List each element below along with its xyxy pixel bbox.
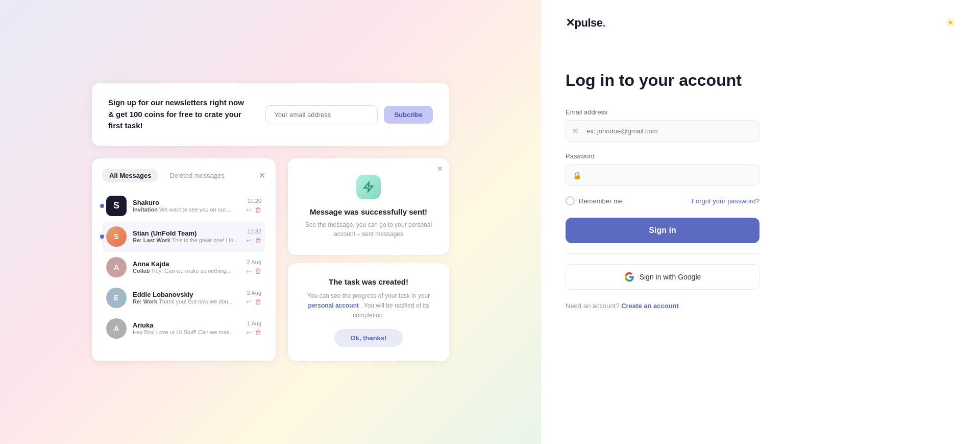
message-actions: ↩ 🗑	[246, 237, 261, 244]
success-message-card: ✕ Message was successfully sent! See the…	[288, 158, 449, 255]
reply-icon[interactable]: ↩	[246, 329, 252, 336]
bottom-row: All Messages Deleted messages ✕ S Shakur…	[92, 158, 449, 361]
svg-marker-0	[364, 182, 373, 192]
message-item[interactable]: A Ariuka Hey Bro! Love ur UI Stuff! Can …	[102, 313, 265, 344]
newsletter-email-input[interactable]	[265, 105, 378, 124]
reply-icon[interactable]: ↩	[246, 267, 252, 275]
message-time: 1 Aug	[247, 320, 261, 326]
unread-dot	[100, 204, 104, 208]
email-label: Email address	[566, 108, 760, 116]
ok-thanks-button[interactable]: Ok, thanks!	[334, 329, 403, 347]
remember-me-checkbox[interactable]	[566, 196, 575, 205]
success-icon	[356, 175, 381, 199]
delete-icon[interactable]: 🗑	[255, 206, 261, 214]
success-title: Message was successfully sent!	[302, 207, 435, 216]
message-info: Anna Kajda Collab Hey! Can we make somet…	[133, 260, 240, 274]
theme-toggle-icon[interactable]: ☀	[945, 16, 955, 30]
sender-name: Shakuro	[133, 199, 240, 206]
message-preview: Invitation We want to see you on our...	[133, 206, 240, 213]
message-item[interactable]: A Anna Kajda Collab Hey! Can we make som…	[102, 252, 265, 283]
task-created-title: The task was created!	[302, 277, 435, 286]
password-input[interactable]	[566, 164, 760, 186]
google-sign-in-label: Sign in with Google	[640, 273, 701, 281]
newsletter-text: Sign up for our newsletters right now & …	[108, 97, 251, 132]
message-item[interactable]: S Shakuro Invitation We want to see you …	[102, 191, 265, 221]
google-sign-in-button[interactable]: Sign in with Google	[566, 264, 760, 290]
message-preview: Re: Work Thank you! But now we don...	[133, 298, 240, 305]
messages-close-button[interactable]: ✕	[259, 171, 265, 180]
task-desc-before: You can see the progress of your task in…	[307, 292, 430, 299]
right-panel: ✕pulse. ☀ Log in to your account Email a…	[541, 0, 980, 444]
logo-text: ✕pulse.	[566, 16, 605, 29]
avatar-eddie: E	[106, 288, 127, 308]
right-cards: ✕ Message was successfully sent! See the…	[288, 158, 449, 361]
email-input-wrapper: ✉	[566, 120, 760, 142]
create-account-link[interactable]: Create an account	[621, 302, 679, 310]
avatar-anna: A	[106, 257, 127, 277]
delete-icon[interactable]: 🗑	[255, 329, 261, 336]
message-actions: ↩ 🗑	[246, 267, 261, 275]
password-label: Password	[566, 152, 760, 160]
message-meta: 1 Aug ↩ 🗑	[246, 320, 261, 336]
forgot-password-link[interactable]: Forgot your password?	[692, 197, 760, 205]
messages-tab-group: All Messages Deleted messages	[102, 169, 232, 182]
message-actions: ↩ 🗑	[246, 206, 261, 214]
email-form-group: Email address ✉	[566, 108, 760, 142]
sign-in-button[interactable]: Sign in	[566, 218, 760, 243]
logo: ✕pulse.	[566, 16, 605, 30]
create-account-section: Need an account? Create an account	[566, 302, 760, 310]
message-info: Ariuka Hey Bro! Love ur UI Stuff! Can we…	[133, 321, 240, 335]
message-info: Shakuro Invitation We want to see you on…	[133, 199, 240, 213]
task-desc-after: . You will be notified of its completion…	[353, 302, 429, 319]
avatar-stian: S	[106, 226, 127, 247]
personal-account-link[interactable]: personal account	[308, 302, 359, 309]
message-preview: Collab Hey! Can we make something...	[133, 268, 240, 274]
message-preview: Re: Last Work This is the great one! I l…	[133, 237, 240, 243]
tab-deleted-messages[interactable]: Deleted messages	[162, 169, 232, 182]
delete-icon[interactable]: 🗑	[255, 298, 261, 306]
message-item[interactable]: S Stian (UnFold Team) Re: Last Work This…	[102, 221, 265, 252]
left-panel: Sign up for our newsletters right now & …	[0, 0, 541, 444]
success-close-button[interactable]: ✕	[437, 165, 443, 173]
message-time: 10:20	[247, 198, 261, 204]
message-preview: Hey Bro! Love ur UI Stuff! Can we mak...	[133, 329, 240, 335]
tab-all-messages[interactable]: All Messages	[102, 169, 158, 182]
message-info: Stian (UnFold Team) Re: Last Work This i…	[133, 229, 240, 243]
messages-panel: All Messages Deleted messages ✕ S Shakur…	[92, 158, 276, 361]
messages-tabs: All Messages Deleted messages ✕	[102, 169, 265, 182]
reply-icon[interactable]: ↩	[246, 298, 252, 306]
message-time: 2 Aug	[247, 259, 261, 265]
login-form: Log in to your account Email address ✉ P…	[566, 71, 760, 310]
message-meta: 10:20 ↩ 🗑	[246, 198, 261, 214]
message-info: Eddie Lobanovskiy Re: Work Thank you! Bu…	[133, 291, 240, 305]
lock-icon: 🔒	[573, 171, 581, 179]
remember-me-group: Remember me	[566, 196, 623, 205]
login-title: Log in to your account	[566, 71, 760, 90]
sender-name: Anna Kajda	[133, 260, 240, 268]
reply-icon[interactable]: ↩	[246, 206, 252, 214]
reply-icon[interactable]: ↩	[246, 237, 252, 244]
delete-icon[interactable]: 🗑	[255, 237, 261, 244]
message-meta: 2 Aug ↩ 🗑	[246, 290, 261, 306]
message-meta: 11:32 ↩ 🗑	[246, 228, 261, 244]
subscribe-button[interactable]: Subcribe	[384, 106, 433, 124]
unread-dot	[100, 235, 104, 239]
message-actions: ↩ 🗑	[246, 298, 261, 306]
message-time: 2 Aug	[247, 290, 261, 296]
avatar-ariuka: A	[106, 318, 127, 339]
email-icon: ✉	[573, 127, 579, 135]
delete-icon[interactable]: 🗑	[255, 267, 261, 275]
message-actions: ↩ 🗑	[246, 329, 261, 336]
google-icon	[624, 272, 634, 282]
left-content: Sign up for our newsletters right now & …	[92, 83, 449, 361]
form-options: Remember me Forgot your password?	[566, 196, 760, 205]
sender-name: Ariuka	[133, 321, 240, 329]
message-item[interactable]: E Eddie Lobanovskiy Re: Work Thank you! …	[102, 283, 265, 313]
avatar-shakuro: S	[106, 196, 127, 216]
message-meta: 2 Aug ↩ 🗑	[246, 259, 261, 275]
task-created-description: You can see the progress of your task in…	[302, 291, 435, 321]
password-form-group: Password 🔒	[566, 152, 760, 186]
newsletter-form: Subcribe	[265, 105, 433, 124]
email-input[interactable]	[566, 120, 760, 142]
sender-name: Eddie Lobanovskiy	[133, 291, 240, 298]
